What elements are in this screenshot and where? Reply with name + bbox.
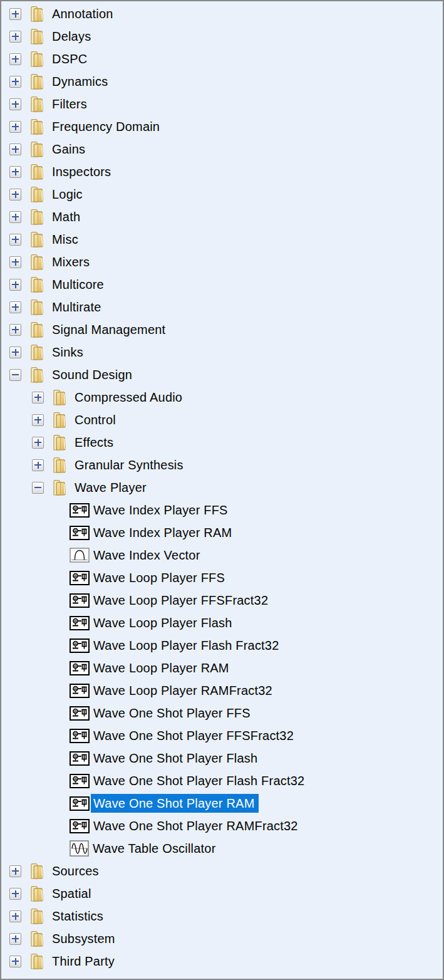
- expand-icon[interactable]: [9, 189, 21, 201]
- tree-item-label: Wave Index Player RAM: [91, 523, 235, 542]
- tree-item-label: Wave Loop Player RAMFract32: [91, 681, 276, 700]
- tree-item[interactable]: Wave Loop Player RAMFract32: [1, 679, 443, 702]
- expand-icon[interactable]: [9, 234, 21, 246]
- expand-icon[interactable]: [9, 956, 21, 967]
- tree-item[interactable]: Sinks: [1, 341, 443, 363]
- tree-item[interactable]: Annotation: [1, 3, 443, 25]
- folder-icon: [29, 862, 45, 880]
- folder-icon: [29, 366, 45, 383]
- expand-icon[interactable]: [9, 31, 21, 43]
- tree-item-label: Wave One Shot Player FFSFract32: [91, 726, 297, 745]
- tree-item[interactable]: Gains: [1, 138, 443, 160]
- tree-item[interactable]: DSPC: [1, 48, 443, 70]
- tree-item-label: Wave Loop Player Flash: [91, 613, 236, 632]
- tree-item[interactable]: Logic: [1, 183, 443, 206]
- expand-icon[interactable]: [9, 8, 21, 20]
- tree-item[interactable]: Delays: [1, 25, 443, 48]
- expand-icon[interactable]: [32, 459, 44, 471]
- tree-item-label: Delays: [49, 27, 95, 46]
- expand-icon[interactable]: [9, 211, 21, 223]
- folder-icon: [51, 411, 68, 429]
- tree-item-label: Gains: [49, 140, 89, 159]
- tree-item[interactable]: Wave One Shot Player Flash Fract32: [1, 769, 443, 792]
- expand-icon[interactable]: [9, 279, 21, 291]
- tree-item[interactable]: Control: [1, 409, 443, 431]
- tree-item[interactable]: Spatial: [1, 882, 443, 905]
- tree-item[interactable]: Statistics: [1, 905, 443, 927]
- folder-icon: [51, 388, 68, 406]
- tree-item-label: Wave Table Oscillator: [90, 839, 220, 858]
- tree-item[interactable]: Wave Loop Player Flash Fract32: [1, 634, 443, 657]
- tree-item[interactable]: Wave One Shot Player RAM: [1, 792, 443, 815]
- tree-item-label: Dynamics: [49, 72, 111, 91]
- tree-item-label: Control: [72, 410, 120, 429]
- folder-icon: [51, 434, 68, 451]
- tree-item[interactable]: Wave Player: [1, 476, 443, 499]
- tree-item[interactable]: Sound Design: [1, 363, 443, 386]
- tree-item[interactable]: Wave Index Player FFS: [1, 499, 443, 521]
- expand-icon[interactable]: [9, 256, 21, 268]
- expand-icon[interactable]: [9, 166, 21, 178]
- tree-item[interactable]: Inspectors: [1, 160, 443, 183]
- tree-item[interactable]: Effects: [1, 431, 443, 454]
- tree-item[interactable]: Math: [1, 206, 443, 228]
- tree-item[interactable]: Mixers: [1, 251, 443, 273]
- tree-item[interactable]: Wave Loop Player Flash: [1, 612, 443, 634]
- tree-item-label: Logic: [49, 185, 86, 204]
- expand-icon[interactable]: [32, 414, 44, 426]
- tree-item[interactable]: Multirate: [1, 296, 443, 318]
- folder-icon: [29, 73, 45, 90]
- tree-item[interactable]: Granular Synthesis: [1, 454, 443, 476]
- tree-item[interactable]: Compressed Audio: [1, 386, 443, 409]
- tree-item[interactable]: Multicore: [1, 273, 443, 296]
- tree-item[interactable]: Wave One Shot Player FFS: [1, 702, 443, 724]
- tree-item[interactable]: Subsystem: [1, 927, 443, 950]
- expand-icon[interactable]: [9, 301, 21, 313]
- tree-item[interactable]: Wave One Shot Player RAMFract32: [1, 815, 443, 837]
- expand-icon[interactable]: [9, 910, 21, 922]
- tree-item-label: Inspectors: [49, 162, 115, 181]
- expand-icon[interactable]: [9, 324, 21, 336]
- expand-icon[interactable]: [9, 888, 21, 900]
- folder-icon: [29, 276, 45, 293]
- tree-item-label: Frequency Domain: [49, 117, 163, 136]
- folder-icon: [29, 208, 45, 226]
- folder-icon: [51, 479, 68, 496]
- tree-item[interactable]: Misc: [1, 228, 443, 251]
- tree-item[interactable]: Wave Table Oscillator: [1, 837, 443, 860]
- tree-item[interactable]: Wave One Shot Player Flash: [1, 747, 443, 769]
- tree-item[interactable]: Signal Management: [1, 318, 443, 341]
- collapse-icon[interactable]: [9, 369, 21, 381]
- module-block-icon: [70, 684, 90, 698]
- tree-item-label: Statistics: [49, 907, 107, 925]
- tree-item[interactable]: Wave Loop Player FFSFract32: [1, 589, 443, 612]
- expand-icon[interactable]: [9, 933, 21, 945]
- tree-item-label: Signal Management: [49, 320, 169, 339]
- tree-item[interactable]: Third Party: [1, 950, 443, 972]
- expand-icon[interactable]: [32, 437, 44, 449]
- tree-item[interactable]: Dynamics: [1, 70, 443, 93]
- collapse-icon[interactable]: [32, 482, 44, 494]
- expand-icon[interactable]: [9, 53, 21, 65]
- tree-item[interactable]: Frequency Domain: [1, 115, 443, 138]
- folder-icon: [29, 343, 45, 361]
- module-block-icon: [70, 593, 90, 608]
- expand-icon[interactable]: [9, 347, 21, 358]
- expand-icon[interactable]: [9, 121, 21, 133]
- tree-item-label: DSPC: [49, 50, 91, 68]
- tree: Annotation Delays: [1, 1, 443, 972]
- expand-icon[interactable]: [9, 143, 21, 155]
- tree-item[interactable]: Sources: [1, 860, 443, 882]
- expand-icon[interactable]: [9, 76, 21, 88]
- expand-icon[interactable]: [32, 392, 44, 404]
- expand-icon[interactable]: [9, 98, 21, 110]
- tree-item-label: Annotation: [49, 4, 117, 23]
- tree-item[interactable]: Wave Loop Player FFS: [1, 566, 443, 589]
- tree-item-label: Spatial: [49, 884, 95, 903]
- tree-item[interactable]: Wave One Shot Player FFSFract32: [1, 724, 443, 747]
- tree-item[interactable]: Wave Index Vector: [1, 544, 443, 566]
- tree-item[interactable]: Wave Loop Player RAM: [1, 657, 443, 679]
- expand-icon[interactable]: [9, 865, 21, 877]
- tree-item[interactable]: Wave Index Player RAM: [1, 521, 443, 544]
- tree-item[interactable]: Filters: [1, 93, 443, 115]
